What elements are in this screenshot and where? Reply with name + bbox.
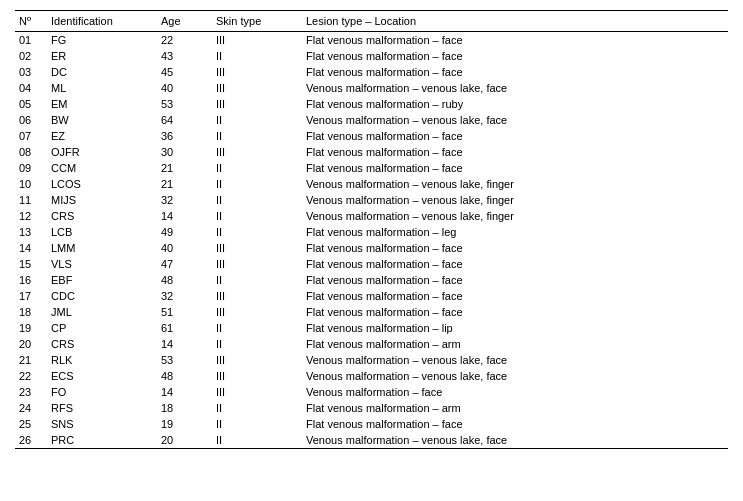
cell-num: 14 (15, 240, 47, 256)
cell-num: 01 (15, 32, 47, 49)
cell-skin-type: III (212, 64, 302, 80)
cell-identification: SNS (47, 416, 157, 432)
cell-identification: RLK (47, 352, 157, 368)
cell-lesion-type: Flat venous malformation – face (302, 416, 728, 432)
cell-skin-type: III (212, 352, 302, 368)
cell-num: 15 (15, 256, 47, 272)
cell-skin-type: III (212, 304, 302, 320)
cell-lesion-type: Flat venous malformation – arm (302, 336, 728, 352)
header-skin-type: Skin type (212, 11, 302, 32)
cell-skin-type: III (212, 32, 302, 49)
patient-table: Nº Identification Age Skin type Lesion t… (15, 10, 728, 449)
cell-skin-type: II (212, 208, 302, 224)
cell-lesion-type: Flat venous malformation – face (302, 240, 728, 256)
table-row: 10LCOS21IIVenous malformation – venous l… (15, 176, 728, 192)
cell-age: 21 (157, 160, 212, 176)
cell-lesion-type: Flat venous malformation – arm (302, 400, 728, 416)
table-row: 03DC45IIIFlat venous malformation – face (15, 64, 728, 80)
cell-lesion-type: Venous malformation – venous lake, face (302, 80, 728, 96)
cell-age: 61 (157, 320, 212, 336)
cell-skin-type: III (212, 384, 302, 400)
cell-age: 20 (157, 432, 212, 449)
table-row: 06BW64IIVenous malformation – venous lak… (15, 112, 728, 128)
cell-identification: RFS (47, 400, 157, 416)
cell-skin-type: II (212, 160, 302, 176)
cell-age: 14 (157, 336, 212, 352)
cell-age: 43 (157, 48, 212, 64)
table-row: 26PRC20IIVenous malformation – venous la… (15, 432, 728, 449)
cell-num: 05 (15, 96, 47, 112)
cell-num: 20 (15, 336, 47, 352)
cell-age: 48 (157, 272, 212, 288)
cell-identification: FO (47, 384, 157, 400)
cell-identification: ECS (47, 368, 157, 384)
cell-num: 25 (15, 416, 47, 432)
cell-skin-type: II (212, 224, 302, 240)
cell-num: 24 (15, 400, 47, 416)
cell-num: 17 (15, 288, 47, 304)
table-row: 15VLS47IIIFlat venous malformation – fac… (15, 256, 728, 272)
table-row: 18JML51IIIFlat venous malformation – fac… (15, 304, 728, 320)
cell-identification: MIJS (47, 192, 157, 208)
table-row: 01FG22IIIFlat venous malformation – face (15, 32, 728, 49)
cell-age: 53 (157, 352, 212, 368)
cell-identification: LCB (47, 224, 157, 240)
cell-age: 32 (157, 288, 212, 304)
cell-age: 53 (157, 96, 212, 112)
cell-age: 18 (157, 400, 212, 416)
cell-identification: EM (47, 96, 157, 112)
cell-num: 04 (15, 80, 47, 96)
table-row: 22ECS48IIIVenous malformation – venous l… (15, 368, 728, 384)
cell-identification: CRS (47, 336, 157, 352)
header-age: Age (157, 11, 212, 32)
cell-lesion-type: Flat venous malformation – face (302, 32, 728, 49)
cell-num: 21 (15, 352, 47, 368)
header-num: Nº (15, 11, 47, 32)
cell-lesion-type: Venous malformation – venous lake, face (302, 112, 728, 128)
cell-identification: EZ (47, 128, 157, 144)
cell-lesion-type: Flat venous malformation – face (302, 304, 728, 320)
cell-age: 36 (157, 128, 212, 144)
cell-identification: CCM (47, 160, 157, 176)
table-row: 05EM53IIIFlat venous malformation – ruby (15, 96, 728, 112)
table-row: 11MIJS32IIVenous malformation – venous l… (15, 192, 728, 208)
cell-num: 08 (15, 144, 47, 160)
cell-lesion-type: Venous malformation – venous lake, face (302, 368, 728, 384)
cell-skin-type: II (212, 432, 302, 449)
cell-identification: JML (47, 304, 157, 320)
cell-lesion-type: Flat venous malformation – face (302, 144, 728, 160)
cell-num: 22 (15, 368, 47, 384)
table-row: 24RFS18IIFlat venous malformation – arm (15, 400, 728, 416)
cell-num: 06 (15, 112, 47, 128)
table-row: 04ML40IIIVenous malformation – venous la… (15, 80, 728, 96)
cell-age: 45 (157, 64, 212, 80)
table-row: 13LCB49IIFlat venous malformation – leg (15, 224, 728, 240)
cell-skin-type: III (212, 96, 302, 112)
cell-skin-type: II (212, 128, 302, 144)
cell-age: 48 (157, 368, 212, 384)
cell-identification: CRS (47, 208, 157, 224)
cell-lesion-type: Flat venous malformation – face (302, 288, 728, 304)
cell-identification: PRC (47, 432, 157, 449)
cell-age: 47 (157, 256, 212, 272)
cell-lesion-type: Venous malformation – face (302, 384, 728, 400)
header-lesion-type: Lesion type – Location (302, 11, 728, 32)
cell-identification: LMM (47, 240, 157, 256)
cell-num: 18 (15, 304, 47, 320)
cell-skin-type: III (212, 256, 302, 272)
table-row: 12CRS14IIVenous malformation – venous la… (15, 208, 728, 224)
cell-skin-type: II (212, 192, 302, 208)
cell-age: 21 (157, 176, 212, 192)
cell-identification: CP (47, 320, 157, 336)
cell-identification: LCOS (47, 176, 157, 192)
cell-num: 09 (15, 160, 47, 176)
cell-lesion-type: Venous malformation – venous lake, face (302, 352, 728, 368)
cell-skin-type: II (212, 176, 302, 192)
cell-num: 11 (15, 192, 47, 208)
table-row: 08OJFR30IIIFlat venous malformation – fa… (15, 144, 728, 160)
table-row: 25SNS19IIFlat venous malformation – face (15, 416, 728, 432)
cell-identification: OJFR (47, 144, 157, 160)
cell-age: 64 (157, 112, 212, 128)
cell-num: 16 (15, 272, 47, 288)
cell-identification: ML (47, 80, 157, 96)
